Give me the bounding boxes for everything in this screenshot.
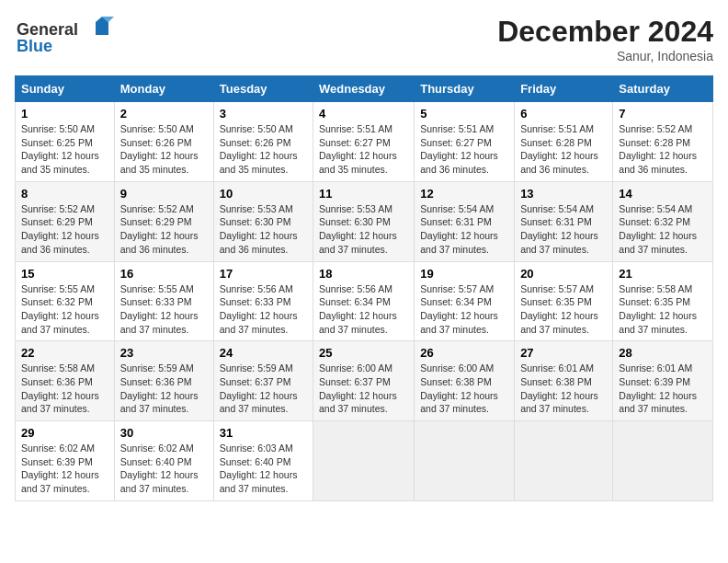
calendar-cell: 22Sunrise: 5:58 AMSunset: 6:36 PMDayligh…	[16, 341, 115, 421]
logo: General Blue	[15, 15, 116, 64]
calendar-cell: 21Sunrise: 5:58 AMSunset: 6:35 PMDayligh…	[613, 261, 713, 341]
calendar-cell: 18Sunrise: 5:56 AMSunset: 6:34 PMDayligh…	[313, 261, 415, 341]
calendar-cell: 1Sunrise: 5:50 AMSunset: 6:25 PMDaylight…	[16, 102, 115, 182]
calendar-cell: 9Sunrise: 5:52 AMSunset: 6:29 PMDaylight…	[114, 181, 213, 261]
calendar-cell: 25Sunrise: 6:00 AMSunset: 6:37 PMDayligh…	[313, 341, 415, 421]
calendar-cell: 15Sunrise: 5:55 AMSunset: 6:32 PMDayligh…	[16, 261, 115, 341]
svg-text:Blue: Blue	[17, 37, 52, 55]
calendar-cell: 23Sunrise: 5:59 AMSunset: 6:36 PMDayligh…	[114, 341, 213, 421]
calendar-cell: 3Sunrise: 5:50 AMSunset: 6:26 PMDaylight…	[213, 102, 313, 182]
col-thursday: Thursday	[415, 76, 515, 102]
week-row-3: 15Sunrise: 5:55 AMSunset: 6:32 PMDayligh…	[16, 261, 713, 341]
svg-text:General: General	[17, 20, 78, 39]
calendar-cell: 28Sunrise: 6:01 AMSunset: 6:39 PMDayligh…	[613, 341, 713, 421]
col-tuesday: Tuesday	[213, 76, 313, 102]
col-wednesday: Wednesday	[313, 76, 415, 102]
calendar-cell	[613, 421, 713, 501]
title-block: December 2024 Sanur, Indonesia	[497, 15, 713, 63]
calendar-cell	[313, 421, 415, 501]
calendar-cell: 5Sunrise: 5:51 AMSunset: 6:27 PMDaylight…	[415, 102, 515, 182]
col-saturday: Saturday	[613, 76, 713, 102]
calendar-cell: 11Sunrise: 5:53 AMSunset: 6:30 PMDayligh…	[313, 181, 415, 261]
calendar-cell	[515, 421, 613, 501]
col-monday: Monday	[114, 76, 213, 102]
calendar-cell: 14Sunrise: 5:54 AMSunset: 6:32 PMDayligh…	[613, 181, 713, 261]
calendar-cell: 12Sunrise: 5:54 AMSunset: 6:31 PMDayligh…	[415, 181, 515, 261]
calendar-cell: 27Sunrise: 6:01 AMSunset: 6:38 PMDayligh…	[515, 341, 613, 421]
calendar-cell	[415, 421, 515, 501]
week-row-2: 8Sunrise: 5:52 AMSunset: 6:29 PMDaylight…	[16, 181, 713, 261]
calendar-cell: 16Sunrise: 5:55 AMSunset: 6:33 PMDayligh…	[114, 261, 213, 341]
page-header: General Blue December 2024 Sanur, Indone…	[15, 15, 713, 64]
calendar-cell: 24Sunrise: 5:59 AMSunset: 6:37 PMDayligh…	[213, 341, 313, 421]
location: Sanur, Indonesia	[497, 49, 713, 63]
calendar-cell: 31Sunrise: 6:03 AMSunset: 6:40 PMDayligh…	[213, 421, 313, 501]
calendar-cell: 13Sunrise: 5:54 AMSunset: 6:31 PMDayligh…	[515, 181, 613, 261]
calendar-cell: 20Sunrise: 5:57 AMSunset: 6:35 PMDayligh…	[515, 261, 613, 341]
month-title: December 2024	[497, 15, 713, 49]
logo-text: General Blue	[15, 15, 116, 64]
week-row-5: 29Sunrise: 6:02 AMSunset: 6:39 PMDayligh…	[16, 421, 713, 501]
calendar-cell: 19Sunrise: 5:57 AMSunset: 6:34 PMDayligh…	[415, 261, 515, 341]
calendar-cell: 17Sunrise: 5:56 AMSunset: 6:33 PMDayligh…	[213, 261, 313, 341]
svg-marker-2	[96, 22, 108, 35]
calendar-cell: 7Sunrise: 5:52 AMSunset: 6:28 PMDaylight…	[613, 102, 713, 182]
calendar-table: Sunday Monday Tuesday Wednesday Thursday…	[15, 75, 713, 501]
calendar-cell: 10Sunrise: 5:53 AMSunset: 6:30 PMDayligh…	[213, 181, 313, 261]
calendar-cell: 4Sunrise: 5:51 AMSunset: 6:27 PMDaylight…	[313, 102, 415, 182]
calendar-cell: 26Sunrise: 6:00 AMSunset: 6:38 PMDayligh…	[415, 341, 515, 421]
calendar-cell: 2Sunrise: 5:50 AMSunset: 6:26 PMDaylight…	[114, 102, 213, 182]
week-row-4: 22Sunrise: 5:58 AMSunset: 6:36 PMDayligh…	[16, 341, 713, 421]
calendar-cell: 6Sunrise: 5:51 AMSunset: 6:28 PMDaylight…	[515, 102, 613, 182]
calendar-header-row: Sunday Monday Tuesday Wednesday Thursday…	[16, 76, 713, 102]
col-friday: Friday	[515, 76, 613, 102]
col-sunday: Sunday	[16, 76, 115, 102]
calendar-cell: 30Sunrise: 6:02 AMSunset: 6:40 PMDayligh…	[114, 421, 213, 501]
week-row-1: 1Sunrise: 5:50 AMSunset: 6:25 PMDaylight…	[16, 102, 713, 182]
calendar-cell: 8Sunrise: 5:52 AMSunset: 6:29 PMDaylight…	[16, 181, 115, 261]
calendar-cell: 29Sunrise: 6:02 AMSunset: 6:39 PMDayligh…	[16, 421, 115, 501]
